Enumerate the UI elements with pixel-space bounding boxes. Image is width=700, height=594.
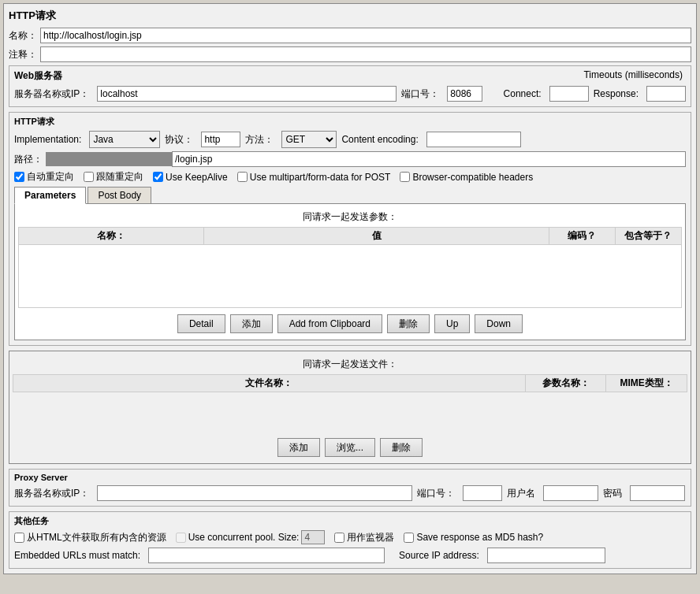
checkbox-follow[interactable]: 跟随重定向 bbox=[84, 170, 143, 184]
follow-checkbox[interactable] bbox=[84, 172, 94, 182]
connect-input[interactable] bbox=[549, 86, 589, 102]
params-buttons: Detail 添加 Add from Clipboard 删除 Up Down bbox=[18, 314, 682, 333]
checkbox-monitor[interactable]: 用作监视器 bbox=[334, 531, 394, 544]
col-filename: 文件名称： bbox=[13, 375, 526, 392]
concurrent-size-input[interactable] bbox=[301, 530, 325, 544]
comment-label: 注释： bbox=[9, 48, 37, 61]
down-button[interactable]: Down bbox=[475, 314, 523, 333]
name-label: 名称： bbox=[9, 29, 37, 43]
impl-label: Implementation: bbox=[14, 134, 81, 145]
web-server-section-label: Web服务器 bbox=[14, 69, 62, 83]
proxy-port-input[interactable] bbox=[463, 485, 502, 501]
encoding-label: Content encoding: bbox=[341, 134, 418, 145]
checkbox-multipart[interactable]: Use multipart/form-data for POST bbox=[237, 172, 391, 183]
keepalive-checkbox[interactable] bbox=[153, 172, 163, 182]
name-input[interactable] bbox=[40, 28, 691, 43]
source-input[interactable] bbox=[487, 548, 605, 563]
tab-parameters[interactable]: Parameters bbox=[14, 187, 86, 204]
response-label: Response: bbox=[594, 88, 639, 99]
delete-button[interactable]: 删除 bbox=[387, 314, 430, 333]
path-input[interactable] bbox=[172, 151, 686, 167]
up-button[interactable]: Up bbox=[434, 314, 470, 333]
params-table: 名称： 值 编码？ 包含等于？ bbox=[18, 227, 682, 308]
timeouts-label: Timeouts (milliseconds) bbox=[583, 69, 683, 80]
tab-postbody[interactable]: Post Body bbox=[88, 187, 151, 203]
params-panel: 同请求一起发送参数： 名称： 值 编码？ 包含等于？ Detail 添加 bbox=[14, 204, 686, 340]
params-subtitle: 同请求一起发送参数： bbox=[18, 210, 682, 224]
page-title: HTTP请求 bbox=[9, 9, 691, 23]
impl-select[interactable]: Java HttpClient3.1 HttpClient4 bbox=[89, 131, 160, 148]
add-clipboard-button[interactable]: Add from Clipboard bbox=[277, 314, 382, 333]
response-input[interactable] bbox=[646, 86, 686, 102]
proxy-user-label: 用户名 bbox=[507, 487, 535, 500]
files-body bbox=[13, 392, 526, 432]
checkbox-fetch[interactable]: 从HTML文件获取所有内含的资源 bbox=[14, 531, 166, 544]
col-encode: 编码？ bbox=[549, 228, 615, 245]
connect-label: Connect: bbox=[504, 88, 542, 99]
proxy-server-label: 服务器名称或IP： bbox=[14, 487, 89, 500]
protocol-input[interactable] bbox=[201, 132, 240, 147]
col-paramname: 参数名称： bbox=[525, 375, 606, 392]
proxy-server-input[interactable] bbox=[97, 485, 412, 501]
col-value: 值 bbox=[204, 228, 549, 245]
col-include: 包含等于？ bbox=[615, 228, 681, 245]
checkbox-md5[interactable]: Save response as MD5 hash? bbox=[404, 532, 543, 543]
files-table: 文件名称： 参数名称： MIME类型： bbox=[13, 374, 687, 432]
source-label: Source IP address: bbox=[399, 550, 479, 561]
embedded-input[interactable] bbox=[148, 548, 385, 563]
method-label: 方法： bbox=[245, 133, 274, 147]
params-body bbox=[19, 245, 682, 308]
detail-button[interactable]: Detail bbox=[177, 314, 225, 333]
checkbox-redirect[interactable]: 自动重定向 bbox=[14, 170, 74, 184]
port-label: 端口号： bbox=[401, 87, 439, 101]
path-label: 路径： bbox=[14, 153, 43, 166]
path-blur bbox=[46, 152, 172, 166]
comment-input[interactable] bbox=[40, 46, 691, 62]
checkbox-browser[interactable]: Browser-compatible headers bbox=[400, 172, 533, 183]
monitor-checkbox[interactable] bbox=[334, 533, 344, 543]
embedded-label: Embedded URLs must match: bbox=[14, 550, 140, 561]
file-add-button[interactable]: 添加 bbox=[277, 438, 320, 457]
fetch-checkbox[interactable] bbox=[14, 533, 24, 543]
multipart-checkbox[interactable] bbox=[237, 172, 248, 182]
http-section-label: HTTP请求 bbox=[14, 116, 686, 128]
md5-checkbox[interactable] bbox=[404, 533, 414, 543]
encoding-input[interactable] bbox=[426, 132, 521, 147]
proxy-pwd-input[interactable] bbox=[630, 485, 685, 501]
protocol-label: 协议： bbox=[165, 133, 193, 147]
browser-checkbox[interactable] bbox=[400, 172, 410, 182]
file-delete-button[interactable]: 删除 bbox=[380, 438, 423, 457]
server-input[interactable] bbox=[97, 86, 397, 102]
proxy-user-input[interactable] bbox=[543, 485, 598, 501]
files-subtitle: 同请求一起发送文件： bbox=[13, 358, 687, 371]
file-browse-button[interactable]: 浏览... bbox=[325, 438, 375, 457]
checkbox-keepalive[interactable]: Use KeepAlive bbox=[153, 172, 228, 183]
file-buttons: 添加 浏览... 删除 bbox=[13, 438, 687, 457]
other-section-label: 其他任务 bbox=[14, 515, 686, 527]
checkbox-concurrent[interactable]: Use concurrent pool. Size: bbox=[176, 530, 326, 544]
proxy-port-label: 端口号： bbox=[417, 487, 455, 500]
redirect-checkbox[interactable] bbox=[14, 172, 24, 182]
proxy-pwd-label: 密码 bbox=[603, 487, 622, 500]
add-button[interactable]: 添加 bbox=[230, 314, 273, 333]
col-mime: MIME类型： bbox=[606, 375, 687, 392]
col-name: 名称： bbox=[19, 228, 204, 245]
server-label: 服务器名称或IP： bbox=[14, 87, 89, 101]
files-section: 同请求一起发送文件： 文件名称： 参数名称： MIME类型： 添加 浏览... … bbox=[9, 351, 691, 464]
concurrent-checkbox[interactable] bbox=[176, 533, 186, 543]
port-input[interactable] bbox=[447, 86, 482, 102]
method-select[interactable]: GET POST PUT DELETE HEAD PATCH bbox=[281, 131, 337, 148]
proxy-section-label: Proxy Server bbox=[14, 473, 686, 482]
